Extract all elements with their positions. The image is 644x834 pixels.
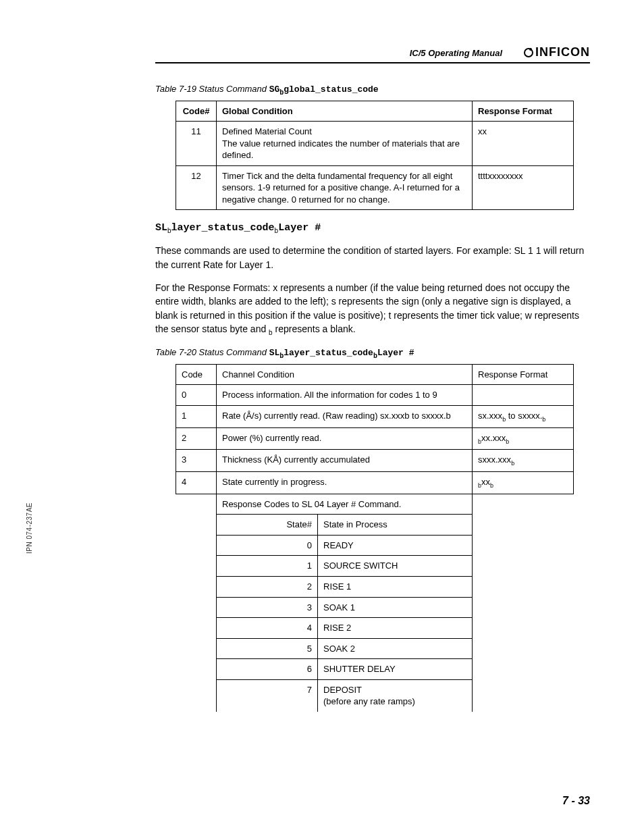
cell-response <box>473 385 574 406</box>
inner-state-num: 7 <box>217 679 318 712</box>
resp-text: xx.xxx <box>481 433 506 443</box>
heading-code-a: SL <box>155 222 167 234</box>
cell-condition: Timer Tick and the delta fundamental fre… <box>217 165 473 210</box>
caption-code: SG <box>269 84 280 95</box>
table-20-caption: Table 7-20 Status Command SLblayer_statu… <box>155 347 590 360</box>
table-19: Code# Global Condition Response Format 1… <box>176 101 574 211</box>
inner-state-num: 6 <box>217 659 318 680</box>
svg-point-1 <box>529 48 532 51</box>
inner-col-state: State# <box>217 515 318 536</box>
inner-state-proc: SOAK 1 <box>318 597 473 618</box>
col-header-code: Code# <box>176 101 217 122</box>
paragraph: For the Response Formats: x represents a… <box>155 281 590 338</box>
resp-text: sxxx.xxx <box>478 454 511 465</box>
page: IPN 074-237AE IC/5 Operating Manual INFI… <box>0 0 644 834</box>
table-row: 2 Power (%) currently read. bxx.xxxb <box>176 427 574 450</box>
resp-sub: b <box>490 482 493 489</box>
brand-text: INFICON <box>535 45 590 59</box>
cell-response: bxxb <box>473 472 574 494</box>
cell-empty <box>176 494 217 712</box>
cell-code: 4 <box>176 472 217 494</box>
page-number: 7 - 33 <box>562 795 590 807</box>
table-row: 12 Timer Tick and the delta fundamental … <box>176 165 574 210</box>
cell-response: sx.xxxb to sxxxx.b <box>473 405 574 427</box>
cell-condition: Rate (Å/s) currently read. (Raw reading)… <box>217 405 473 427</box>
inner-state-proc: READY <box>318 535 473 556</box>
cell-empty <box>473 494 574 712</box>
paragraph: These commands are used to determine the… <box>155 244 590 271</box>
cell-code: 1 <box>176 405 217 427</box>
brand-icon <box>523 47 534 58</box>
inner-state-num: 5 <box>217 638 318 659</box>
resp-text: sx.xxx <box>478 411 502 421</box>
page-header: IC/5 Operating Manual INFICON <box>155 41 590 63</box>
table-row: Code# Global Condition Response Format <box>176 101 574 122</box>
inner-state-proc: SHUTTER DELAY <box>318 659 473 680</box>
inner-state-num: 4 <box>217 618 318 639</box>
table-row: Response Codes to SL 04 Layer # Command. <box>176 494 574 515</box>
caption-code-b: global_status_code <box>284 84 378 95</box>
caption-prefix: Table 7-19 Status Command <box>155 84 269 94</box>
inner-col-process: State in Process <box>318 515 473 536</box>
inner-state-num: 1 <box>217 556 318 577</box>
inner-state-proc: RISE 1 <box>318 577 473 598</box>
cell-code: 12 <box>176 165 217 210</box>
inner-state-proc: DEPOSIT(before any rate ramps) <box>318 679 473 712</box>
cell-code: 3 <box>176 450 217 472</box>
inner-state-num: 3 <box>217 597 318 618</box>
col-header-code: Code <box>176 364 217 385</box>
cell-code: 11 <box>176 122 217 166</box>
caption-prefix: Table 7-20 Status Command <box>155 347 269 357</box>
cell-code: 0 <box>176 385 217 406</box>
manual-title: IC/5 Operating Manual <box>410 48 502 58</box>
table-row: 3 Thickness (KÅ) currently accumulated s… <box>176 450 574 472</box>
caption-code: SL <box>269 348 280 358</box>
heading-code-b: layer_status_code <box>171 222 275 234</box>
cell-condition: Process information. All the information… <box>217 385 473 406</box>
cell-code: 2 <box>176 427 217 450</box>
brand-logo: INFICON <box>523 45 590 59</box>
cell-condition: State currently in progress. <box>217 472 473 494</box>
cell-condition: Power (%) currently read. <box>217 427 473 450</box>
section-heading: SLblayer_status_codebLayer # <box>155 222 590 234</box>
table-row: 0 Process information. All the informati… <box>176 385 574 406</box>
cell-condition: Defined Material CountThe value returned… <box>217 122 473 166</box>
cell-response: sxxx.xxxb <box>473 450 574 472</box>
inner-state-num: 2 <box>217 577 318 598</box>
cell-response: xx <box>473 122 574 166</box>
inner-header: Response Codes to SL 04 Layer # Command. <box>217 494 473 515</box>
cell-response: ttttxxxxxxxx <box>473 165 574 210</box>
resp-text: to sxxxx. <box>506 411 542 421</box>
table-row: 4 State currently in progress. bxxb <box>176 472 574 494</box>
resp-sub: b <box>542 415 545 422</box>
caption-code-c: Layer # <box>377 348 414 358</box>
cell-condition: Thickness (KÅ) currently accumulated <box>217 450 473 472</box>
table-20: Code Channel Condition Response Format 0… <box>176 364 574 712</box>
inner-state-proc: SOURCE SWITCH <box>318 556 473 577</box>
table-row: 1 Rate (Å/s) currently read. (Raw readin… <box>176 405 574 427</box>
resp-sub: b <box>511 460 514 467</box>
table-19-caption: Table 7-19 Status Command SGbglobal_stat… <box>155 84 590 97</box>
inner-state-proc: SOAK 2 <box>318 638 473 659</box>
col-header-response: Response Format <box>473 364 574 385</box>
table-row: 11 Defined Material CountThe value retur… <box>176 122 574 166</box>
col-header-condition: Channel Condition <box>217 364 473 385</box>
resp-text: xx <box>481 477 490 487</box>
heading-code-c: Layer # <box>278 222 321 234</box>
cell-response: bxx.xxxb <box>473 427 574 450</box>
para-text: represents a blank. <box>273 323 356 334</box>
resp-sub: b <box>506 438 509 444</box>
content-area: Table 7-19 Status Command SGbglobal_stat… <box>155 84 590 712</box>
col-header-response: Response Format <box>473 101 574 122</box>
table-row: Code Channel Condition Response Format <box>176 364 574 385</box>
inner-state-proc: RISE 2 <box>318 618 473 639</box>
inner-state-num: 0 <box>217 535 318 556</box>
para-text: For the Response Formats: x represents a… <box>155 282 579 334</box>
col-header-condition: Global Condition <box>217 101 473 122</box>
caption-code-b: layer_status_code <box>284 348 373 358</box>
side-label: IPN 074-237AE <box>26 502 33 554</box>
